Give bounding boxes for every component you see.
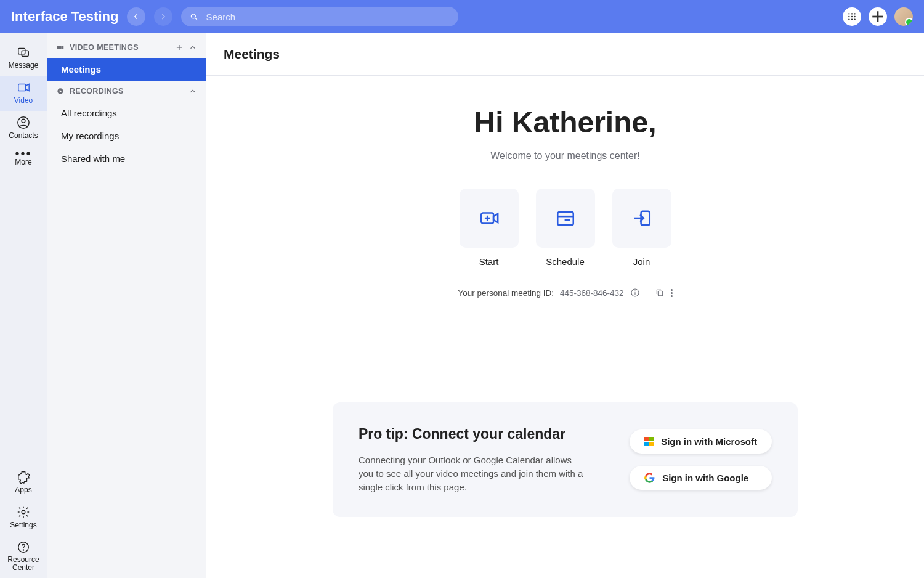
panel-item-shared-with-me[interactable]: Shared with me: [47, 147, 206, 170]
panel-item-my-recordings[interactable]: My recordings: [47, 124, 206, 147]
tile-start[interactable]: Start: [460, 189, 519, 267]
rail-video-label: Video: [14, 96, 33, 105]
tip-body: Connecting your Outlook or Google Calend…: [359, 454, 586, 494]
user-avatar[interactable]: [894, 7, 913, 26]
calendar-tip-card: Pro tip: Connect your calendar Connectin…: [333, 402, 798, 517]
rail-video[interactable]: Video: [0, 76, 47, 111]
google-logo-icon: [644, 473, 655, 483]
svg-rect-15: [18, 84, 26, 91]
pmi-label: Your personal meeting ID:: [458, 288, 554, 298]
sign-in-microsoft-button[interactable]: Sign in with Microsoft: [630, 429, 772, 454]
top-right-controls: [843, 7, 913, 26]
recordings-icon: [56, 87, 65, 96]
start-meeting-icon: [479, 208, 500, 229]
rail-resource-center[interactable]: Resource Center: [0, 535, 47, 578]
svg-point-5: [848, 16, 849, 17]
rail-more[interactable]: ••• More: [0, 146, 47, 173]
info-icon[interactable]: [630, 288, 640, 298]
video-icon: [17, 81, 30, 94]
rail-contacts[interactable]: Contacts: [0, 111, 47, 146]
tip-title: Pro tip: Connect your calendar: [359, 426, 605, 442]
svg-rect-40: [658, 291, 662, 295]
top-bar: Interface Testing: [0, 0, 924, 33]
rail-settings[interactable]: Settings: [0, 500, 47, 535]
new-button[interactable]: [869, 7, 887, 26]
rail-message[interactable]: Message: [0, 41, 47, 76]
panel-item-meetings[interactable]: Meetings: [47, 58, 206, 81]
page-title: Meetings: [206, 33, 924, 76]
svg-point-2: [848, 13, 849, 14]
svg-point-39: [634, 291, 635, 291]
svg-point-8: [848, 18, 849, 20]
svg-marker-16: [26, 84, 29, 91]
tile-join[interactable]: Join: [612, 189, 671, 267]
rail-contacts-label: Contacts: [9, 131, 38, 140]
tile-join-label: Join: [633, 256, 650, 267]
svg-point-9: [851, 18, 853, 20]
collapse-recordings-icon[interactable]: [188, 87, 197, 96]
rail-settings-label: Settings: [10, 521, 36, 529]
personal-meeting-id: Your personal meeting ID: 445-368-846-43…: [458, 288, 672, 298]
rail-resource-label: Resource Center: [0, 556, 47, 572]
section-recordings[interactable]: RECORDINGS: [47, 81, 206, 102]
svg-point-6: [851, 16, 853, 17]
join-icon: [631, 208, 652, 229]
svg-point-3: [851, 13, 853, 14]
svg-point-0: [192, 14, 196, 18]
nav-forward-button[interactable]: [154, 7, 172, 26]
add-meeting-icon[interactable]: [175, 43, 184, 52]
more-icon: •••: [15, 151, 31, 156]
help-icon: [17, 540, 30, 554]
svg-point-7: [854, 16, 855, 17]
section-video-meetings[interactable]: VIDEO MEETINGS: [47, 37, 206, 58]
nav-back-button[interactable]: [127, 7, 145, 26]
svg-point-4: [854, 13, 855, 14]
pmi-more-button[interactable]: [671, 289, 673, 297]
svg-marker-23: [62, 46, 64, 49]
search-field[interactable]: [181, 7, 458, 26]
collapse-video-meetings-icon[interactable]: [188, 43, 197, 52]
rail-apps-label: Apps: [15, 486, 31, 494]
sign-in-microsoft-label: Sign in with Microsoft: [661, 436, 757, 447]
tile-schedule[interactable]: Schedule: [536, 189, 595, 267]
rail-apps[interactable]: Apps: [0, 465, 47, 500]
dialpad-icon: [847, 12, 857, 22]
dialpad-button[interactable]: [843, 7, 861, 26]
nav-rail: Message Video Contacts ••• More Apps Set…: [0, 33, 47, 578]
message-icon: [17, 46, 30, 59]
sign-in-google-label: Sign in with Google: [662, 473, 748, 483]
search-input[interactable]: [205, 11, 450, 23]
contacts-icon: [17, 116, 30, 129]
search-icon: [190, 12, 198, 22]
svg-point-17: [22, 119, 25, 123]
tile-schedule-label: Schedule: [546, 256, 585, 267]
svg-line-1: [195, 18, 198, 20]
panel-item-all-recordings[interactable]: All recordings: [47, 102, 206, 124]
tile-start-label: Start: [479, 256, 499, 267]
schedule-icon: [555, 208, 576, 229]
copy-icon[interactable]: [655, 288, 665, 298]
section-recordings-label: RECORDINGS: [70, 87, 124, 96]
apps-icon: [17, 470, 30, 484]
settings-icon: [17, 505, 30, 519]
side-panel: VIDEO MEETINGS Meetings RECORDINGS All r…: [47, 33, 206, 578]
chevron-right-icon: [159, 12, 168, 21]
greeting-subtitle: Welcome to your meetings center!: [490, 150, 639, 161]
svg-point-10: [854, 18, 855, 20]
rail-more-label: More: [15, 158, 31, 166]
pmi-value: 445-368-846-432: [560, 288, 624, 298]
plus-icon: [869, 7, 887, 26]
main-content: Meetings Hi Katherine, Welcome to your m…: [206, 33, 924, 578]
sign-in-google-button[interactable]: Sign in with Google: [630, 466, 772, 490]
svg-point-19: [22, 510, 25, 514]
svg-point-21: [23, 550, 23, 550]
action-tiles: Start Schedule Join: [460, 189, 671, 267]
microsoft-logo-icon: [644, 437, 654, 446]
svg-rect-32: [557, 212, 573, 225]
section-video-meetings-label: VIDEO MEETINGS: [70, 43, 139, 52]
rail-message-label: Message: [9, 61, 39, 70]
app-title: Interface Testing: [11, 9, 118, 25]
video-small-icon: [56, 43, 65, 52]
svg-rect-22: [57, 46, 62, 49]
chevron-left-icon: [132, 12, 140, 21]
